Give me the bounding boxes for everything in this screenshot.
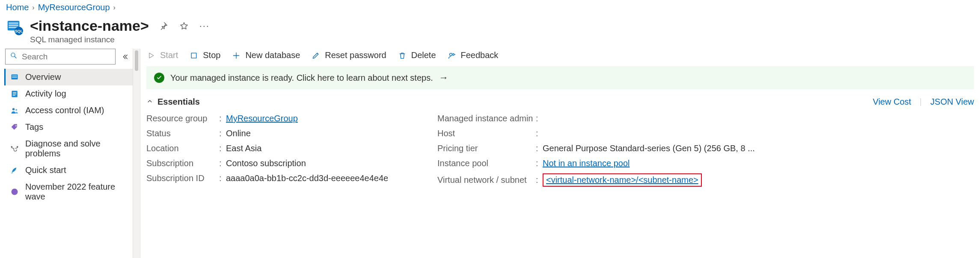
kv-subscription-id: Subscription ID : aaaa0a0a-bb1b-cc2c-dd3… <box>146 171 420 186</box>
svg-text:SQL: SQL <box>15 29 23 33</box>
status-banner[interactable]: Your managed instance is ready. Click he… <box>146 66 974 89</box>
toolbar-label: Reset password <box>325 50 386 60</box>
essentials-toggle[interactable]: Essentials <box>146 97 200 107</box>
pin-button[interactable] <box>157 20 169 32</box>
collapse-sidebar-button[interactable] <box>120 52 130 62</box>
toolbar-label: Stop <box>203 50 220 60</box>
kv-label: Managed instance admin <box>437 114 536 123</box>
kv-label: Status <box>146 129 219 138</box>
toolbar-label: Feedback <box>461 50 499 60</box>
kv-label: Subscription ID <box>146 173 219 183</box>
kv-label: Instance pool <box>437 158 536 168</box>
breadcrumb-home[interactable]: Home <box>6 3 29 12</box>
sidebar-item-activity-log[interactable]: Activity log <box>4 85 133 102</box>
resource-group-link[interactable]: MyResourceGroup <box>226 114 298 123</box>
kv-status: Status : Online <box>146 126 420 141</box>
highlight-box: <virtual-network-name>/<subnet-name> <box>543 173 702 187</box>
chevron-right-icon: › <box>113 4 116 12</box>
svg-rect-2 <box>9 25 18 26</box>
svg-point-14 <box>12 108 15 110</box>
sidebar-item-diagnose[interactable]: Diagnose and solve problems <box>4 135 133 162</box>
sql-managed-instance-icon: SQL <box>6 19 23 36</box>
delete-button[interactable]: Delete <box>398 50 436 60</box>
favorite-button[interactable] <box>178 20 190 32</box>
sidebar-item-tags[interactable]: Tags <box>4 119 133 135</box>
chevron-up-icon <box>146 97 153 107</box>
more-button[interactable]: ··· <box>199 20 211 32</box>
essentials-section: Essentials View Cost JSON View Resource … <box>146 95 974 189</box>
svg-rect-1 <box>9 23 18 24</box>
sidebar: Overview Activity log Access control (IA… <box>0 49 133 205</box>
page-title: <instance-name> <box>30 18 149 34</box>
breadcrumb: Home › MyResourceGroup › <box>0 0 980 14</box>
svg-rect-13 <box>13 95 15 96</box>
kv-value: East Asia <box>226 144 420 153</box>
feature-wave-icon <box>10 187 19 196</box>
feedback-button[interactable]: Feedback <box>447 50 499 60</box>
kv-label: Host <box>437 129 536 138</box>
toolbar-label: Delete <box>411 50 436 60</box>
sidebar-item-label: Quick start <box>25 165 66 175</box>
resource-type-label: SQL managed instance <box>30 35 211 44</box>
quick-start-icon <box>10 166 19 175</box>
kv-subscription: Subscription : Contoso subscription <box>146 156 420 171</box>
command-bar: Start Stop New database Reset password <box>146 49 974 66</box>
reset-password-button[interactable]: Reset password <box>311 50 386 60</box>
svg-rect-20 <box>191 53 196 58</box>
essentials-title: Essentials <box>157 97 200 107</box>
toolbar-label: New database <box>245 50 300 60</box>
sidebar-item-label: Tags <box>25 122 43 132</box>
kv-resource-group: Resource group : MyResourceGroup <box>146 111 420 126</box>
svg-rect-11 <box>13 92 16 93</box>
kv-label: Virtual network / subnet <box>437 175 536 185</box>
success-icon <box>154 73 164 83</box>
kv-vnet: Virtual network / subnet : <virtual-netw… <box>437 171 974 189</box>
play-icon <box>146 51 156 60</box>
search-input[interactable] <box>22 52 111 62</box>
chevron-right-icon: › <box>32 4 34 12</box>
view-cost-link[interactable]: View Cost <box>873 97 911 107</box>
instance-pool-link[interactable]: Not in an instance pool <box>543 158 630 168</box>
kv-label: Pricing tier <box>437 144 536 153</box>
svg-rect-7 <box>12 74 18 79</box>
vnet-link[interactable]: <virtual-network-name>/<subnet-name> <box>546 175 698 185</box>
activity-log-icon <box>10 89 19 99</box>
search-icon <box>10 52 18 62</box>
kv-pricing: Pricing tier : General Purpose Standard-… <box>437 141 974 156</box>
start-button[interactable]: Start <box>146 50 178 60</box>
svg-point-16 <box>15 125 17 126</box>
access-control-icon <box>10 106 19 115</box>
svg-rect-9 <box>12 77 17 78</box>
json-view-link[interactable]: JSON View <box>930 97 974 107</box>
svg-point-21 <box>449 53 452 56</box>
svg-point-6 <box>11 53 15 57</box>
essentials-column-left: Resource group : MyResourceGroup Status … <box>146 111 420 189</box>
new-database-button[interactable]: New database <box>232 50 300 60</box>
essentials-column-right: Managed instance admin : Host : Pricing … <box>437 111 974 189</box>
scrollbar-thumb[interactable] <box>135 50 138 71</box>
svg-rect-8 <box>12 75 17 76</box>
breadcrumb-resource-group[interactable]: MyResourceGroup <box>38 3 110 12</box>
arrow-right-icon: → <box>439 72 448 83</box>
sidebar-item-quick-start[interactable]: Quick start <box>4 162 133 179</box>
sidebar-item-overview[interactable]: Overview <box>4 69 133 85</box>
diagnose-icon <box>10 144 19 153</box>
stop-icon <box>189 51 199 60</box>
kv-host: Host : <box>437 126 974 141</box>
feedback-icon <box>447 51 457 60</box>
svg-point-15 <box>15 109 17 111</box>
kv-value: Contoso subscription <box>226 158 420 168</box>
status-banner-text: Your managed instance is ready. Click he… <box>170 73 433 83</box>
toolbar-label: Start <box>160 50 178 60</box>
sidebar-scrollbar[interactable] <box>133 49 140 258</box>
sidebar-item-feature-wave[interactable]: November 2022 feature wave <box>4 179 133 205</box>
sidebar-search[interactable] <box>5 49 116 64</box>
sidebar-item-access-control[interactable]: Access control (IAM) <box>4 102 133 119</box>
kv-label: Resource group <box>146 114 219 123</box>
kv-value: Online <box>226 129 420 138</box>
sidebar-nav: Overview Activity log Access control (IA… <box>4 69 133 205</box>
sidebar-item-label: Activity log <box>25 89 66 99</box>
stop-button[interactable]: Stop <box>189 50 220 60</box>
edit-icon <box>311 51 321 60</box>
kv-location: Location : East Asia <box>146 141 420 156</box>
